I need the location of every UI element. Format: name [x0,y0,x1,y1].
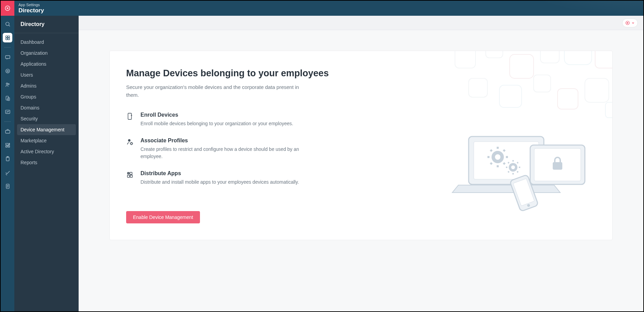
rail-location[interactable] [3,66,12,76]
chart-icon [5,109,11,115]
svg-point-44 [128,140,130,142]
secnav-item-users[interactable]: Users [14,69,79,80]
secnav-item-label: Domains [21,105,39,110]
chat-icon [5,54,11,60]
device-icon [5,95,11,101]
secnav-title: Directory [14,21,79,33]
secnav-item-label: Users [21,72,33,78]
apps-icon [5,35,11,41]
puzzle-icon [5,142,11,148]
svg-rect-19 [455,51,475,68]
secnav-item-label: Security [21,116,38,121]
secnav-item-active-directory[interactable]: Active Directory [14,146,79,157]
secnav-item-label: Admins [21,83,37,89]
svg-rect-23 [564,51,592,65]
svg-rect-48 [130,175,132,177]
secnav-item-domains[interactable]: Domains [14,102,79,113]
header-subtitle: App Settings [18,3,44,7]
header-title: Directory [18,7,44,14]
svg-rect-24 [595,51,613,68]
secnav-item-groups[interactable]: Groups [14,91,79,102]
svg-rect-28 [558,89,578,109]
svg-rect-47 [128,175,130,177]
svg-rect-46 [130,172,132,174]
rail-clipboard[interactable] [3,154,12,164]
rail-apps[interactable] [3,33,12,42]
secnav-item-label: Groups [21,94,36,100]
secnav-item-label: Organization [21,50,48,56]
check-icon [5,170,11,176]
secnav-item-security[interactable]: Security [14,113,79,124]
play-circle-icon [625,21,630,25]
rail-chart[interactable] [3,107,12,117]
profile-gear-icon [126,138,134,146]
secnav-item-label: Applications [21,61,46,67]
svg-rect-22 [540,51,559,63]
secnav-item-label: Reports [21,160,37,165]
close-icon [4,5,11,11]
secnav-item-label: Marketplace [21,138,46,143]
close-button[interactable] [1,1,14,16]
secnav-item-label: Active Directory [21,149,54,154]
svg-point-45 [131,143,133,145]
svg-rect-43 [128,113,132,119]
svg-rect-5 [8,38,10,40]
svg-rect-30 [605,102,613,118]
svg-point-9 [6,83,8,84]
briefcase-icon [5,129,11,134]
help-dropdown[interactable] [622,18,638,27]
svg-rect-20 [486,51,503,58]
svg-rect-11 [6,96,8,100]
svg-rect-14 [5,130,10,133]
secnav-item-admins[interactable]: Admins [14,80,79,91]
secnav-item-label: Dashboard [21,39,44,45]
feature-row: Associate ProfilesCreate profiles to res… [126,138,318,160]
feature-title: Distribute Apps [140,170,299,177]
search-icon [5,21,11,27]
svg-point-10 [8,83,9,85]
rail-search[interactable] [3,19,12,29]
location-icon [5,68,11,74]
feature-title: Enroll Devices [140,112,293,118]
svg-rect-2 [5,36,7,37]
apps-plus-icon [126,171,134,179]
top-header: App Settings Directory [1,1,643,16]
rail-doc[interactable] [3,181,12,191]
svg-rect-4 [5,38,7,40]
clipboard-icon [5,156,11,162]
page-title: Manage Devices belonging to your employe… [126,68,596,79]
svg-rect-29 [585,78,609,102]
icon-rail [1,16,14,311]
doc-icon [5,183,11,189]
secnav-item-label: Device Management [21,127,64,132]
device-management-card: Manage Devices belonging to your employe… [109,51,613,240]
rail-device[interactable] [3,93,12,103]
secnav-item-applications[interactable]: Applications [14,58,79,69]
svg-point-7 [5,69,9,73]
svg-rect-25 [469,78,487,97]
rail-check[interactable] [3,168,12,177]
svg-rect-3 [8,36,10,37]
secnav-item-organization[interactable]: Organization [14,48,79,58]
enable-device-management-button[interactable]: Enable Device Management [126,211,200,223]
svg-point-42 [527,204,530,207]
team-icon [5,82,11,88]
secnav-item-device-management[interactable]: Device Management [17,124,76,135]
feature-desc: Create profiles to restrict and configur… [140,146,318,160]
rail-puzzle[interactable] [3,140,12,150]
secondary-nav: Directory DashboardOrganizationApplicati… [14,16,79,311]
feature-title: Associate Profiles [140,138,318,144]
svg-rect-6 [5,55,10,58]
secnav-item-marketplace[interactable]: Marketplace [14,135,79,146]
chevron-down-icon [631,21,635,25]
secnav-item-reports[interactable]: Reports [14,157,79,168]
rail-briefcase[interactable] [3,127,12,136]
rail-team[interactable] [3,80,12,89]
content-toolbar [79,16,643,30]
page-subtitle: Secure your organization's mobile device… [126,83,304,99]
secnav-item-dashboard[interactable]: Dashboard [14,37,79,48]
phone-plus-icon [126,113,134,120]
rail-chat[interactable] [3,52,12,62]
content-area: Manage Devices belonging to your employe… [79,16,643,311]
feature-desc: Distribute and install mobile apps to yo… [140,179,299,186]
